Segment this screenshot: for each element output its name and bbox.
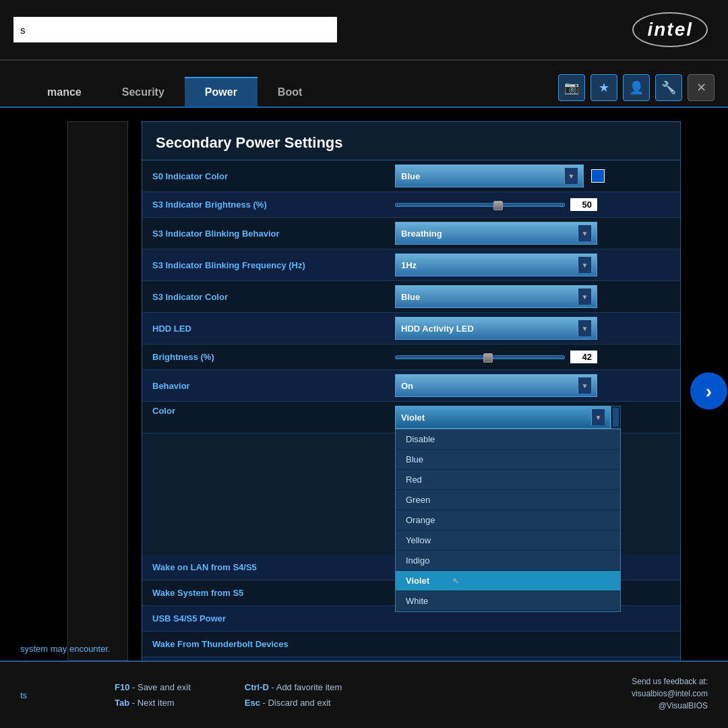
setting-control: HDD Activity LED ▼ bbox=[395, 317, 670, 340]
content-panel: Secondary Power Settings S0 Indicator Co… bbox=[142, 121, 681, 661]
hdd-led-dropdown[interactable]: HDD Activity LED ▼ bbox=[395, 317, 597, 340]
s3-blink-behavior-dropdown[interactable]: Breathing ▼ bbox=[395, 222, 597, 245]
setting-label: Wake on LAN from S4/S5 bbox=[152, 562, 395, 572]
color-dropdown[interactable]: Violet ▼ bbox=[395, 406, 611, 429]
shortcut-ctrld: Ctrl-D - Add favorite item bbox=[245, 682, 342, 692]
table-row: Behavior On ▼ bbox=[142, 370, 680, 402]
feedback-label: Send us feedback at: bbox=[632, 677, 708, 686]
settings-list: S0 Indicator Color Blue ▼ S3 Indicator B… bbox=[142, 160, 680, 708]
ctrld-desc: - Add favorite item bbox=[271, 682, 342, 692]
dropdown-arrow: ▼ bbox=[564, 168, 578, 184]
setting-label: Brightness (%) bbox=[152, 352, 395, 362]
setting-label: Color bbox=[152, 406, 395, 416]
top-bar: intel bbox=[0, 0, 728, 61]
ctrld-key: Ctrl-D bbox=[245, 682, 269, 692]
brightness2-slider-container: 42 bbox=[395, 351, 597, 363]
feedback-twitter: @VisualBIOS bbox=[632, 701, 708, 710]
s3-brightness-slider[interactable] bbox=[395, 203, 565, 207]
dropdown-arrow: ▼ bbox=[578, 257, 591, 273]
color-option-white[interactable]: White bbox=[396, 591, 620, 611]
color-dropdown-menu[interactable]: Disable Blue Red Green Orange Yellow Ind… bbox=[395, 429, 621, 612]
color-option-indigo[interactable]: Indigo bbox=[396, 551, 620, 571]
shortcut-esc: Esc - Discard and exit bbox=[245, 698, 342, 708]
tab-desc: - Next item bbox=[132, 698, 175, 708]
setting-label: Wake From Thunderbolt Devices bbox=[152, 639, 395, 649]
hdd-brightness-slider[interactable] bbox=[395, 355, 565, 359]
hdd-brightness-value: 42 bbox=[570, 351, 597, 363]
s0-color-dropdown[interactable]: Blue ▼ bbox=[395, 164, 584, 187]
table-row: Brightness (%) 42 bbox=[142, 344, 680, 370]
wrench-icon-btn[interactable]: 🔧 bbox=[655, 74, 682, 101]
setting-label: S3 Indicator Blinking Frequency (Hz) bbox=[152, 260, 395, 270]
setting-control: 42 bbox=[395, 351, 670, 363]
color-option-green[interactable]: Green bbox=[396, 490, 620, 510]
dropdown-arrow: ▼ bbox=[578, 377, 591, 394]
search-input[interactable] bbox=[13, 17, 337, 42]
dropdown-arrow: ▼ bbox=[591, 409, 605, 425]
shortcut-tab: Tab - Next item bbox=[115, 698, 191, 708]
f10-desc: - Save and exit bbox=[132, 682, 191, 692]
status-bar: ts F10 - Save and exit Tab - Next item C… bbox=[0, 661, 728, 728]
tab-security[interactable]: Security bbox=[102, 78, 185, 107]
color-option-red[interactable]: Red bbox=[396, 470, 620, 490]
setting-label: S3 Indicator Color bbox=[152, 292, 395, 302]
color-swatch-blue bbox=[591, 169, 605, 183]
nav-tabs: mance Security Power Boot 📷 ★ 👤 🔧 ✕ bbox=[0, 61, 728, 108]
table-row: S3 Indicator Brightness (%) 50 bbox=[142, 192, 680, 218]
status-shortcuts: F10 - Save and exit Tab - Next item bbox=[115, 682, 191, 708]
setting-label: Wake System from S5 bbox=[152, 588, 395, 598]
table-row: S3 Indicator Blinking Frequency (Hz) 1Hz… bbox=[142, 249, 680, 281]
nav-icon-group: 📷 ★ 👤 🔧 ✕ bbox=[558, 74, 728, 107]
tab-performance[interactable]: mance bbox=[27, 78, 102, 107]
shortcut-f10: F10 - Save and exit bbox=[115, 682, 191, 692]
camera-icon-btn[interactable]: 📷 bbox=[558, 74, 585, 101]
tab-power[interactable]: Power bbox=[185, 77, 257, 107]
feedback-email: visualbios@intel.com bbox=[632, 689, 708, 698]
f10-key: F10 bbox=[115, 682, 129, 692]
dropdown-arrow: ▼ bbox=[578, 225, 591, 241]
sidebar bbox=[67, 121, 128, 661]
color-option-violet[interactable]: Violet ↖ bbox=[396, 571, 620, 591]
setting-control: Blue ▼ bbox=[395, 164, 670, 187]
setting-label: HDD LED bbox=[152, 324, 395, 334]
s3-color-dropdown[interactable]: Blue ▼ bbox=[395, 285, 597, 308]
esc-key: Esc bbox=[245, 698, 260, 708]
dropdown-arrow: ▼ bbox=[578, 289, 591, 305]
brightness-slider-container: 50 bbox=[395, 198, 597, 211]
color-option-blue[interactable]: Blue bbox=[396, 450, 620, 470]
system-message: system may encounter. bbox=[0, 644, 131, 654]
s3-brightness-value: 50 bbox=[570, 198, 597, 211]
esc-desc: - Discard and exit bbox=[263, 698, 331, 708]
close-icon-btn[interactable]: ✕ bbox=[688, 74, 715, 101]
behavior-dropdown[interactable]: On ▼ bbox=[395, 374, 597, 397]
setting-control: Violet ▼ Disable Blue Red Green bbox=[395, 406, 670, 429]
star-icon-btn[interactable]: ★ bbox=[590, 74, 617, 101]
status-left-label: ts bbox=[20, 690, 101, 700]
setting-control: Blue ▼ bbox=[395, 285, 670, 308]
setting-label: S3 Indicator Brightness (%) bbox=[152, 200, 395, 210]
color-option-orange[interactable]: Orange bbox=[396, 510, 620, 530]
setting-label: USB S4/S5 Power bbox=[152, 613, 395, 624]
panel-title: Secondary Power Settings bbox=[142, 122, 680, 160]
color-option-disable[interactable]: Disable bbox=[396, 429, 620, 450]
tab-boot[interactable]: Boot bbox=[257, 78, 322, 107]
s3-blink-freq-dropdown[interactable]: 1Hz ▼ bbox=[395, 253, 597, 276]
setting-label: Behavior bbox=[152, 381, 395, 391]
setting-label: S3 Indicator Blinking Behavior bbox=[152, 229, 395, 239]
next-arrow-button[interactable]: › bbox=[690, 373, 727, 410]
status-right: Send us feedback at: visualbios@intel.co… bbox=[632, 677, 708, 713]
color-option-yellow[interactable]: Yellow bbox=[396, 530, 620, 551]
user-icon-btn[interactable]: 👤 bbox=[623, 74, 650, 101]
intel-logo: intel bbox=[632, 12, 708, 47]
tab-key: Tab bbox=[115, 698, 129, 708]
setting-control: 50 bbox=[395, 198, 670, 211]
table-row: S0 Indicator Color Blue ▼ bbox=[142, 160, 680, 192]
setting-control: 1Hz ▼ bbox=[395, 253, 670, 276]
table-row: Color Violet ▼ Disable bbox=[142, 402, 680, 433]
status-middle: Ctrl-D - Add favorite item Esc - Discard… bbox=[245, 682, 342, 708]
main-area: Secondary Power Settings S0 Indicator Co… bbox=[0, 108, 728, 661]
table-row: S3 Indicator Color Blue ▼ bbox=[142, 281, 680, 313]
setting-control: On ▼ bbox=[395, 374, 670, 397]
dropdown-arrow: ▼ bbox=[578, 320, 591, 336]
setting-control: Breathing ▼ bbox=[395, 222, 670, 245]
